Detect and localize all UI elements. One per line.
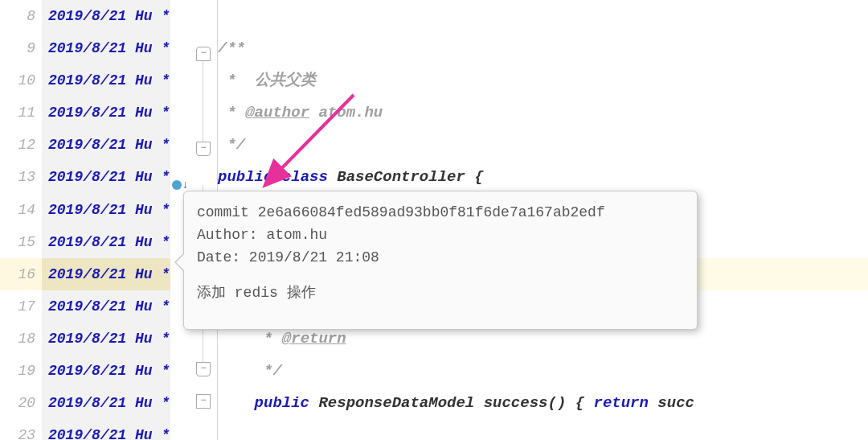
line-number[interactable]: 10: [0, 64, 42, 97]
line-number-gutter: 8 9 10 11 12 13 14 15 16 17 18 19 20 23: [0, 0, 42, 440]
line-number[interactable]: 12: [0, 129, 42, 161]
tooltip-message: 添加 redis 操作: [197, 282, 684, 304]
down-arrow-icon[interactable]: ↓: [182, 179, 188, 191]
code-line[interactable]: public ResponseDataModel success() { ret…: [218, 387, 868, 419]
line-number[interactable]: 11: [0, 97, 42, 129]
line-number[interactable]: 15: [0, 226, 42, 258]
blame-row[interactable]: 2019/8/21 Hu *: [42, 290, 170, 323]
tooltip-commit: commit 2e6a66084fed589ad93bb0f81f6de7a16…: [197, 201, 684, 224]
blame-row[interactable]: 2019/8/21 Hu *: [42, 387, 170, 419]
blame-row[interactable]: 2019/8/21 Hu *: [42, 97, 170, 129]
code-line[interactable]: */: [218, 355, 868, 387]
blame-row[interactable]: 2019/8/21 Hu *: [42, 161, 170, 193]
blame-gutter: 2019/8/21 Hu * 2019/8/21 Hu * 2019/8/21 …: [42, 0, 170, 440]
code-line[interactable]: public class BaseController {: [218, 161, 868, 193]
line-number[interactable]: 8: [0, 0, 42, 32]
code-line[interactable]: [218, 419, 868, 440]
blame-tooltip: commit 2e6a66084fed589ad93bb0f81f6de7a16…: [183, 191, 698, 330]
blame-row[interactable]: 2019/8/21 Hu *: [42, 0, 170, 32]
fold-toggle-icon[interactable]: −: [196, 394, 211, 409]
blame-row[interactable]: 2019/8/21 Hu *: [42, 64, 170, 97]
tooltip-date: Date: 2019/8/21 21:08: [197, 246, 684, 269]
fold-toggle-icon[interactable]: −: [196, 47, 211, 61]
line-number[interactable]: 18: [0, 323, 42, 355]
tooltip-author: Author: atom.hu: [197, 224, 684, 246]
fold-end-icon[interactable]: −: [196, 362, 211, 376]
blame-row[interactable]: 2019/8/21 Hu *: [42, 419, 170, 440]
line-number[interactable]: 20: [0, 387, 42, 419]
blame-row[interactable]: 2019/8/21 Hu *: [42, 194, 170, 226]
line-number[interactable]: 13: [0, 161, 42, 193]
fold-end-icon[interactable]: −: [196, 142, 211, 156]
blame-row[interactable]: 2019/8/21 Hu *: [42, 226, 170, 258]
line-number[interactable]: 23: [0, 419, 42, 440]
code-line[interactable]: /**: [218, 32, 868, 64]
editor-root: 8 9 10 11 12 13 14 15 16 17 18 19 20 23 …: [0, 0, 868, 440]
blame-row[interactable]: 2019/8/21 Hu *: [42, 129, 170, 161]
implements-marker-icon[interactable]: [172, 180, 182, 190]
blame-row[interactable]: 2019/8/21 Hu *: [42, 32, 170, 64]
line-number[interactable]: 16: [0, 258, 42, 290]
code-line[interactable]: */: [218, 129, 868, 161]
line-number[interactable]: 9: [0, 32, 42, 64]
blame-row[interactable]: 2019/8/21 Hu *: [42, 323, 170, 355]
line-number[interactable]: 19: [0, 355, 42, 387]
code-line[interactable]: * 公共父类: [218, 64, 868, 97]
code-line[interactable]: * @author atom.hu: [218, 97, 868, 129]
code-line[interactable]: [218, 0, 868, 32]
blame-row[interactable]: 2019/8/21 Hu *: [42, 258, 170, 290]
fold-line: [203, 61, 203, 142]
blame-row[interactable]: 2019/8/21 Hu *: [42, 355, 170, 387]
line-number[interactable]: 17: [0, 290, 42, 323]
line-number[interactable]: 14: [0, 194, 42, 226]
